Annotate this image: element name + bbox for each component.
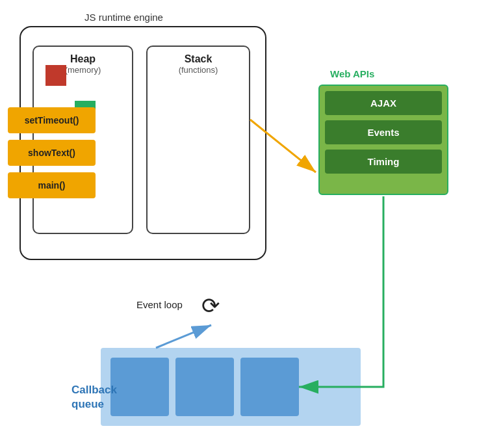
- stack-subtitle: (functions): [148, 65, 249, 75]
- callback-queue-item-2: [175, 358, 234, 416]
- svg-line-4: [156, 325, 211, 348]
- web-apis-label: Web APIs: [330, 68, 374, 79]
- web-api-events: Events: [325, 120, 442, 144]
- callback-queue-word: queue: [71, 398, 104, 411]
- heap-title: Heap: [34, 53, 132, 65]
- heap-square-orange: [45, 65, 66, 86]
- callback-queue-item-1: [110, 358, 169, 416]
- stack-box: Stack (functions): [146, 46, 250, 234]
- callback-label: Callback: [71, 384, 117, 397]
- stack-title: Stack: [148, 53, 249, 65]
- callback-queue-box: [101, 348, 361, 426]
- event-loop-label: Event loop: [136, 299, 183, 310]
- diagram: JS runtime engine Heap (memory) Stack (f…: [0, 0, 477, 448]
- stack-item-settimeout: setTimeout(): [8, 107, 96, 133]
- web-apis-box: AJAX Events Timing: [318, 85, 448, 195]
- stack-item-main: main(): [8, 172, 96, 198]
- callback-queue-item-3: [240, 358, 299, 416]
- js-runtime-label: JS runtime engine: [84, 12, 163, 23]
- event-loop-icon: ⟳: [201, 295, 227, 321]
- web-api-timing: Timing: [325, 150, 442, 174]
- web-api-ajax: AJAX: [325, 91, 442, 115]
- stack-item-showtext: showText(): [8, 140, 96, 166]
